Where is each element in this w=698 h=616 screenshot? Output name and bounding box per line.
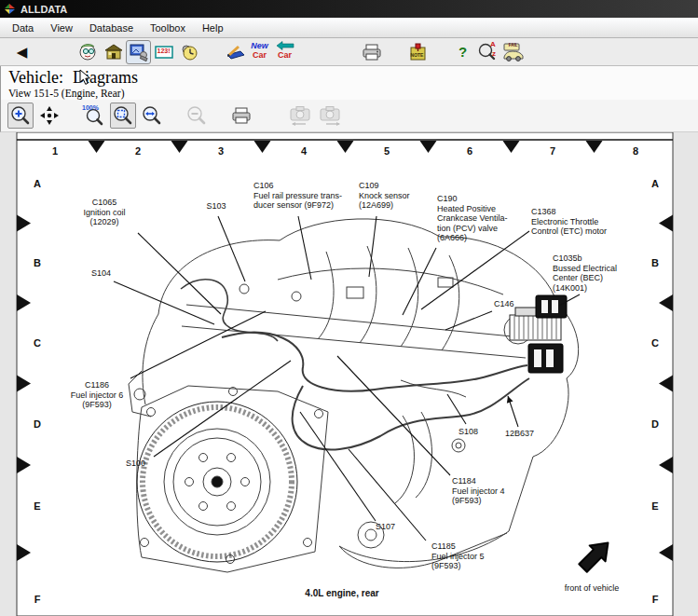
grid-row-label-right: C <box>651 337 659 349</box>
callout-c1035b: C1035bBussed ElectricalCenter (BEC)(14K0… <box>553 253 617 293</box>
grid-row-label-right: D <box>651 418 659 430</box>
zoom-fit-icon <box>112 104 134 127</box>
menu-item-database[interactable]: Database <box>81 20 142 36</box>
printer-icon <box>231 105 252 126</box>
estimate-button[interactable]: 123! <box>151 40 176 64</box>
callout-code: C1368 <box>531 207 607 217</box>
callout-c1065: C1065Ignition coil(12029) <box>83 198 125 227</box>
callout-code: S104 <box>91 268 111 279</box>
zoom-width-button[interactable] <box>138 102 166 130</box>
schedule-clock-icon <box>179 42 199 62</box>
notes-button[interactable]: NOTE <box>404 40 430 64</box>
grid-row-label-left: A <box>34 178 41 189</box>
estimate-label: 123! <box>157 48 170 54</box>
search-label-a: A <box>490 41 496 48</box>
shop-button[interactable] <box>101 40 126 64</box>
callout-description-line: Heated Positive <box>437 204 508 214</box>
pan-button[interactable] <box>35 102 63 130</box>
callout-description-line: Electronic Throttle <box>531 217 607 227</box>
grid-row-label-right: B <box>651 257 659 268</box>
diagram-viewport[interactable]: 12345678AABBCCDDEEFF C1065Ignition coil(… <box>0 132 698 616</box>
callout-description-line: Crankcase Ventila- <box>437 213 508 224</box>
back-icon: ◀ <box>17 45 28 59</box>
search-label-z: z <box>492 50 496 58</box>
callout-description-line: (12029) <box>83 217 125 227</box>
callout-c1186: C1186Fuel injector 6(9F593) <box>71 380 124 410</box>
callout-code: S108 <box>458 427 478 437</box>
callout-description-line: (9F593) <box>431 561 485 571</box>
zoom-in-icon <box>9 104 32 127</box>
new-car-label-top: New <box>251 42 268 50</box>
markup-button[interactable] <box>222 40 247 64</box>
callout-description-line: (12A699) <box>359 200 410 211</box>
callout-c106: C106Fuel rail pressure trans-ducer senso… <box>253 181 342 211</box>
help-button[interactable]: ? <box>450 40 475 64</box>
print-view-button[interactable] <box>227 102 255 130</box>
window-title: ALLDATA <box>21 4 67 15</box>
callout-c1185: C1185Fuel injector 5(9F593) <box>431 541 485 571</box>
title-bar[interactable]: ALLDATA <box>0 0 698 18</box>
next-image-button <box>317 102 345 130</box>
printer-icon <box>362 42 382 62</box>
app-logo-icon <box>4 3 16 15</box>
callout-c190: C190Heated PositiveCrankcase Ventila-tio… <box>437 194 508 243</box>
callout-code: S100 <box>126 459 145 469</box>
menu-item-toolbox[interactable]: Toolbox <box>142 20 194 36</box>
page-title-prefix: Vehicle: <box>8 68 63 87</box>
callout-description-line: (9F593) <box>452 496 505 506</box>
callout-description-line: (6A666) <box>437 233 508 243</box>
callout-s108: S108 <box>458 427 478 437</box>
menu-item-data[interactable]: Data <box>4 20 42 36</box>
previous-car-button[interactable]: Car <box>272 40 297 64</box>
grid-column-label: 1 <box>52 145 58 157</box>
callout-code: C190 <box>437 194 508 204</box>
grid-column-label: 7 <box>550 145 555 157</box>
grid-row-label-left: D <box>34 418 41 430</box>
zoom-width-icon <box>141 104 163 127</box>
grid-row-label-left: B <box>34 257 41 268</box>
print-button[interactable] <box>359 40 384 64</box>
new-car-button[interactable]: New Car <box>247 40 272 64</box>
callout-code: C1185 <box>431 541 485 552</box>
search-button[interactable]: A z <box>475 40 500 64</box>
page-subtitle: View 151-5 (Engine, Rear) <box>8 88 698 99</box>
callout-code: C1035b <box>553 253 617 264</box>
zoom-fit-button[interactable] <box>110 103 136 129</box>
callout-description-line: tion (PCV) valve <box>437 224 508 234</box>
grid-column-label: 6 <box>467 145 472 157</box>
diagram-caption: 4.0L engine, rear <box>305 588 378 598</box>
menu-item-view[interactable]: View <box>42 20 81 36</box>
menu-item-help[interactable]: Help <box>194 20 232 36</box>
schedule-button[interactable] <box>176 40 201 64</box>
diagrams-button[interactable] <box>126 40 151 64</box>
notes-label: NOTE <box>411 53 424 58</box>
page-header: Vehicle:Diagrams View 151-5 (Engine, Rea… <box>0 66 698 100</box>
callout-description-line: Fuel injector 6 <box>71 390 124 401</box>
callout-description-line: Knock sensor <box>359 191 410 201</box>
grid-row-label-right: A <box>651 178 659 189</box>
camera-next-icon <box>319 103 343 128</box>
menu-bar: DataViewDatabaseToolboxHelp <box>0 18 698 38</box>
callout-s107: S107 <box>376 522 395 532</box>
grid-column-label: 4 <box>301 145 308 157</box>
zoom-in-button[interactable] <box>7 103 34 129</box>
callout-description-line: Fuel injector 4 <box>452 486 505 497</box>
grid-row-label-right: E <box>651 500 658 512</box>
callout-code: C106 <box>253 181 342 191</box>
callout-description-line: Ignition coil <box>83 208 125 218</box>
grid-row-label-right: F <box>652 594 659 605</box>
previous-image-button <box>287 102 315 130</box>
callout-code: S107 <box>376 522 395 532</box>
zoom-100-button[interactable]: 100% <box>80 102 108 130</box>
callout-description-line: Control (ETC) motor <box>531 226 607 237</box>
grid-row-label-left: F <box>34 594 41 605</box>
camera-previous-icon <box>289 103 313 128</box>
callout-code: S103 <box>206 201 226 212</box>
customer-button[interactable] <box>75 40 101 64</box>
mouse-cursor-icon <box>79 69 92 86</box>
callout-description-line: Bussed Electrical <box>553 264 617 274</box>
back-button[interactable]: ◀ <box>9 40 34 64</box>
recall-label: FAIL <box>509 44 518 48</box>
recalls-button[interactable]: FAIL <box>500 40 526 64</box>
callout-s103: S103 <box>206 201 226 212</box>
